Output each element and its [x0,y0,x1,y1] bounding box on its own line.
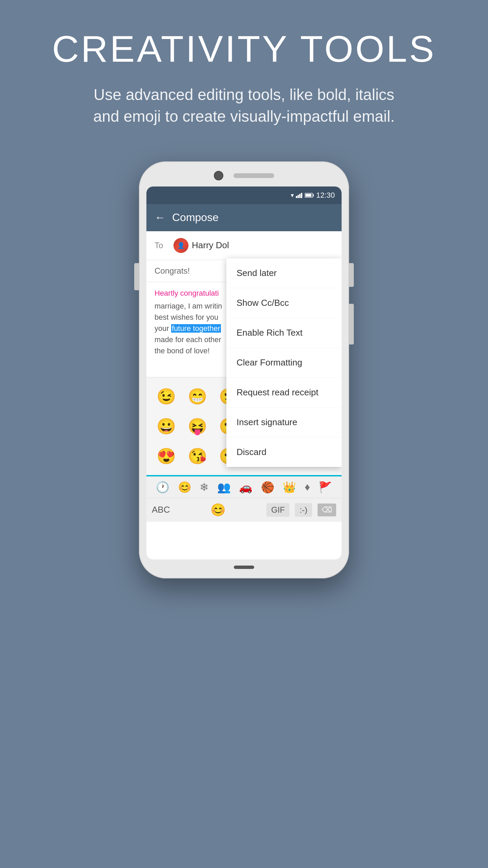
phone-top-hardware [146,171,342,180]
phone-bottom-hardware [146,566,342,569]
menu-item-insert-signature[interactable]: Insert signature [226,408,342,437]
keyboard-abc-button[interactable]: ABC [152,505,170,515]
svg-rect-2 [299,194,301,198]
app-bar: ← Compose [146,204,342,231]
cat-nature[interactable]: ❄ [200,481,209,494]
emoji-kissing-heart[interactable]: 😘 [183,442,211,470]
svg-rect-1 [298,195,299,198]
phone-body: ▾ 12:30 ← [139,161,349,578]
back-button[interactable]: ← [155,211,165,224]
phone-screen: ▾ 12:30 ← [146,186,342,559]
body-prefix: your [155,324,171,333]
page-header: CREATIVITY TOOLS Use advanced editing to… [18,0,470,148]
compose-area: To 👤 Harry Dol Congrats! Heartly congrat… [146,231,342,377]
cat-people[interactable]: 👥 [217,481,231,494]
volume-down-button [349,304,354,344]
cat-flags[interactable]: 🚩 [319,481,332,494]
recipient-chip[interactable]: 👤 Harry Dol [174,238,229,253]
status-icons: ▾ 12:30 [291,191,335,200]
volume-button [134,263,139,290]
home-indicator [234,566,254,569]
emoji-category-bar: 🕐 😊 ❄ 👥 🚗 🏀 👑 ♦ 🚩 [146,476,342,498]
menu-item-clear-formatting[interactable]: Clear Formatting [226,348,342,378]
recipient-name: Harry Dol [192,240,229,251]
status-bar: ▾ 12:30 [146,186,342,204]
cat-travel[interactable]: 🚗 [239,481,252,494]
menu-item-send-later[interactable]: Send later [226,258,342,288]
cat-activity[interactable]: 🏀 [261,481,274,494]
status-time: 12:30 [316,191,335,200]
signal-icon [296,193,303,198]
cat-smiley[interactable]: 😊 [178,481,191,494]
dropdown-menu: Send later Show Cc/Bcc Enable Rich Text … [226,258,342,467]
cat-symbols[interactable]: ♦ [305,481,310,493]
page-subtitle: Use advanced editing tools, like bold, i… [92,84,396,127]
wifi-icon: ▾ [291,192,294,199]
emoji-wink[interactable]: 😉 [152,383,180,410]
keyboard-emoticon-button[interactable]: :-) [295,503,312,517]
svg-rect-3 [301,193,302,198]
keyboard-delete-button[interactable]: ⌫ [318,504,336,516]
avatar: 👤 [174,238,188,253]
power-button [349,263,354,287]
to-field: To 👤 Harry Dol [146,231,342,260]
emoji-grin[interactable]: 😁 [183,383,211,410]
menu-item-discard[interactable]: Discard [226,437,342,467]
subject-text: Congrats! [155,266,190,275]
highlighted-text: future together [171,324,221,333]
emoji-stuck-tongue[interactable]: 😝 [183,413,211,440]
phone-mockup: ▾ 12:30 ← [139,161,349,578]
svg-rect-0 [296,196,297,198]
page-title: CREATIVITY TOOLS [52,27,436,70]
emoji-smiley[interactable]: 😀 [152,413,180,440]
front-camera [214,171,223,180]
keyboard-extra-items: GIF :-) ⌫ [266,503,336,517]
speaker-grille [233,173,274,178]
svg-rect-6 [305,194,311,197]
menu-item-show-cc-bcc[interactable]: Show Cc/Bcc [226,288,342,318]
emoji-heart-eyes[interactable]: 😍 [152,442,180,470]
keyboard-gif-button[interactable]: GIF [266,503,289,517]
keyboard-bottom-row: ABC 😊 GIF :-) ⌫ [146,498,342,522]
svg-rect-5 [313,194,314,196]
cat-objects[interactable]: 👑 [283,481,296,494]
battery-icon [305,193,314,198]
app-bar-title: Compose [172,211,333,224]
avatar-image: 👤 [174,238,188,253]
to-label: To [155,241,168,250]
keyboard-emoji-button[interactable]: 😊 [210,503,226,517]
menu-item-request-read-receipt[interactable]: Request read receipt [226,378,342,408]
menu-item-enable-rich-text[interactable]: Enable Rich Text [226,318,342,348]
cat-recent[interactable]: 🕐 [156,481,169,494]
